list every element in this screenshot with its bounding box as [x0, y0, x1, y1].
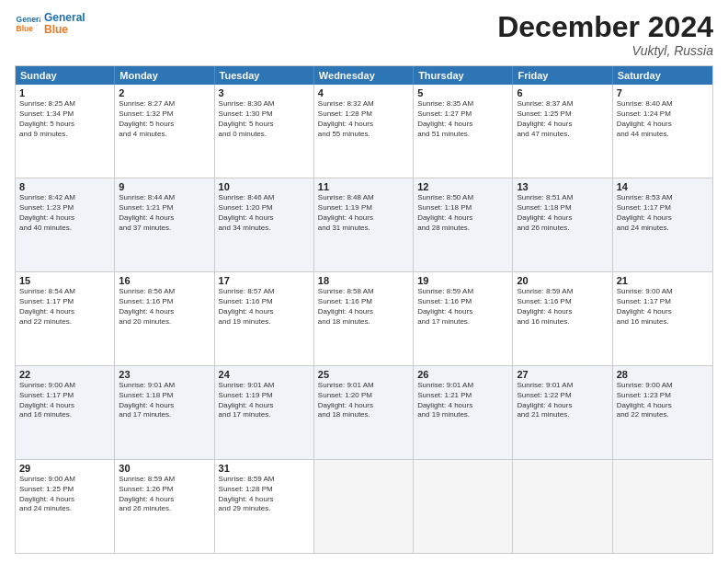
- day-number: 7: [617, 87, 709, 98]
- calendar-cell: 29Sunrise: 9:00 AMSunset: 1:25 PMDayligh…: [16, 460, 115, 553]
- cell-info-line: Sunrise: 9:01 AM: [119, 381, 210, 391]
- calendar-row: 8Sunrise: 8:42 AMSunset: 1:23 PMDaylight…: [16, 178, 712, 271]
- cell-info-line: Sunrise: 8:58 AM: [318, 287, 409, 297]
- cell-info-line: and 16 minutes.: [617, 317, 709, 327]
- cell-info-line: Sunset: 1:18 PM: [517, 203, 608, 213]
- logo-blue: Blue: [44, 24, 85, 36]
- cell-info-line: Sunset: 1:16 PM: [417, 297, 508, 307]
- calendar-cell: 12Sunrise: 8:50 AMSunset: 1:18 PMDayligh…: [414, 178, 513, 271]
- calendar-row: 29Sunrise: 9:00 AMSunset: 1:25 PMDayligh…: [16, 459, 712, 553]
- calendar-cell: 16Sunrise: 8:56 AMSunset: 1:16 PMDayligh…: [115, 272, 214, 365]
- day-number: 12: [417, 181, 508, 192]
- cell-info-line: Daylight: 5 hours: [119, 120, 210, 130]
- cell-info-line: Sunset: 1:17 PM: [19, 297, 110, 307]
- cell-info-line: and 17 minutes.: [119, 410, 210, 420]
- day-number: 8: [19, 181, 110, 192]
- day-number: 27: [517, 369, 608, 380]
- cell-info-line: Daylight: 5 hours: [19, 120, 110, 130]
- cell-info-line: Daylight: 4 hours: [417, 213, 508, 224]
- cell-info-line: Daylight: 4 hours: [219, 495, 310, 505]
- calendar-page: General Blue General Blue December 2024 …: [0, 0, 728, 563]
- weekday-header: Monday: [115, 66, 214, 85]
- calendar-cell: 22Sunrise: 9:00 AMSunset: 1:17 PMDayligh…: [16, 366, 115, 459]
- cell-info-line: Sunset: 1:20 PM: [219, 203, 310, 213]
- cell-info-line: Daylight: 4 hours: [517, 307, 608, 317]
- calendar-cell: 3Sunrise: 8:30 AMSunset: 1:30 PMDaylight…: [215, 85, 314, 178]
- cell-info-line: Daylight: 4 hours: [19, 307, 110, 317]
- day-number: 21: [617, 275, 709, 286]
- location: Vuktyl, Russia: [497, 43, 713, 58]
- cell-info-line: and 28 minutes.: [417, 224, 508, 234]
- svg-text:General: General: [17, 15, 40, 24]
- cell-info-line: Daylight: 4 hours: [219, 213, 310, 224]
- calendar-cell: 23Sunrise: 9:01 AMSunset: 1:18 PMDayligh…: [115, 366, 214, 459]
- cell-info-line: Sunset: 1:25 PM: [19, 485, 110, 495]
- cell-info-line: Sunrise: 9:00 AM: [617, 381, 709, 391]
- calendar-body: 1Sunrise: 8:25 AMSunset: 1:34 PMDaylight…: [16, 85, 712, 553]
- cell-info-line: Sunset: 1:25 PM: [517, 109, 608, 120]
- cell-info-line: Sunset: 1:21 PM: [417, 391, 508, 401]
- cell-info-line: and 24 minutes.: [19, 504, 110, 514]
- cell-info-line: Sunrise: 9:00 AM: [19, 475, 110, 485]
- cell-info-line: Sunset: 1:16 PM: [517, 297, 608, 307]
- cell-info-line: Daylight: 4 hours: [617, 401, 709, 411]
- svg-text:Blue: Blue: [17, 24, 34, 33]
- cell-info-line: Daylight: 4 hours: [19, 213, 110, 224]
- cell-info-line: Sunrise: 8:50 AM: [417, 193, 508, 203]
- calendar-cell: 14Sunrise: 8:53 AMSunset: 1:17 PMDayligh…: [613, 178, 712, 271]
- weekday-header: Wednesday: [314, 66, 414, 85]
- calendar-row: 15Sunrise: 8:54 AMSunset: 1:17 PMDayligh…: [16, 271, 712, 365]
- calendar-cell: [613, 460, 712, 553]
- day-number: 29: [19, 463, 110, 474]
- cell-info-line: Daylight: 4 hours: [417, 120, 508, 130]
- cell-info-line: and 37 minutes.: [119, 224, 210, 234]
- cell-info-line: and 31 minutes.: [318, 224, 409, 234]
- cell-info-line: and 16 minutes.: [517, 317, 608, 327]
- cell-info-line: and 19 minutes.: [219, 317, 310, 327]
- day-number: 16: [119, 275, 210, 286]
- cell-info-line: Sunset: 1:28 PM: [219, 485, 310, 495]
- day-number: 24: [219, 369, 310, 380]
- cell-info-line: and 24 minutes.: [617, 224, 709, 234]
- cell-info-line: Sunset: 1:30 PM: [219, 109, 310, 120]
- cell-info-line: Sunset: 1:19 PM: [318, 203, 409, 213]
- calendar-cell: 18Sunrise: 8:58 AMSunset: 1:16 PMDayligh…: [314, 272, 414, 365]
- cell-info-line: and 34 minutes.: [219, 224, 310, 234]
- calendar: SundayMondayTuesdayWednesdayThursdayFrid…: [15, 65, 713, 554]
- calendar-cell: 26Sunrise: 9:01 AMSunset: 1:21 PMDayligh…: [414, 366, 513, 459]
- cell-info-line: Sunset: 1:22 PM: [517, 391, 608, 401]
- cell-info-line: and 22 minutes.: [617, 410, 709, 420]
- cell-info-line: and 26 minutes.: [517, 224, 608, 234]
- cell-info-line: and 9 minutes.: [19, 130, 110, 140]
- day-number: 26: [417, 369, 508, 380]
- cell-info-line: Sunrise: 8:54 AM: [19, 287, 110, 297]
- day-number: 10: [219, 181, 310, 192]
- calendar-cell: 8Sunrise: 8:42 AMSunset: 1:23 PMDaylight…: [16, 178, 115, 271]
- cell-info-line: Sunrise: 8:37 AM: [517, 99, 608, 109]
- calendar-cell: 6Sunrise: 8:37 AMSunset: 1:25 PMDaylight…: [513, 85, 612, 178]
- cell-info-line: Sunrise: 9:01 AM: [318, 381, 409, 391]
- day-number: 23: [119, 369, 210, 380]
- cell-info-line: and 0 minutes.: [219, 130, 310, 140]
- cell-info-line: and 26 minutes.: [119, 504, 210, 514]
- cell-info-line: and 22 minutes.: [19, 317, 110, 327]
- calendar-cell: 31Sunrise: 8:59 AMSunset: 1:28 PMDayligh…: [215, 460, 314, 553]
- cell-info-line: and 40 minutes.: [19, 224, 110, 234]
- day-number: 31: [219, 463, 310, 474]
- cell-info-line: Daylight: 4 hours: [219, 307, 310, 317]
- cell-info-line: Daylight: 4 hours: [617, 120, 709, 130]
- cell-info-line: and 19 minutes.: [417, 410, 508, 420]
- day-number: 19: [417, 275, 508, 286]
- cell-info-line: Sunrise: 8:32 AM: [318, 99, 409, 109]
- cell-info-line: Sunrise: 8:27 AM: [119, 99, 210, 109]
- cell-info-line: and 20 minutes.: [119, 317, 210, 327]
- cell-info-line: and 29 minutes.: [219, 504, 310, 514]
- cell-info-line: Daylight: 4 hours: [318, 213, 409, 224]
- cell-info-line: and 18 minutes.: [318, 410, 409, 420]
- cell-info-line: Sunset: 1:18 PM: [119, 391, 210, 401]
- cell-info-line: and 17 minutes.: [417, 317, 508, 327]
- cell-info-line: Sunrise: 8:59 AM: [517, 287, 608, 297]
- cell-info-line: Sunset: 1:17 PM: [617, 203, 709, 213]
- cell-info-line: Sunrise: 8:56 AM: [119, 287, 210, 297]
- calendar-cell: 11Sunrise: 8:48 AMSunset: 1:19 PMDayligh…: [314, 178, 414, 271]
